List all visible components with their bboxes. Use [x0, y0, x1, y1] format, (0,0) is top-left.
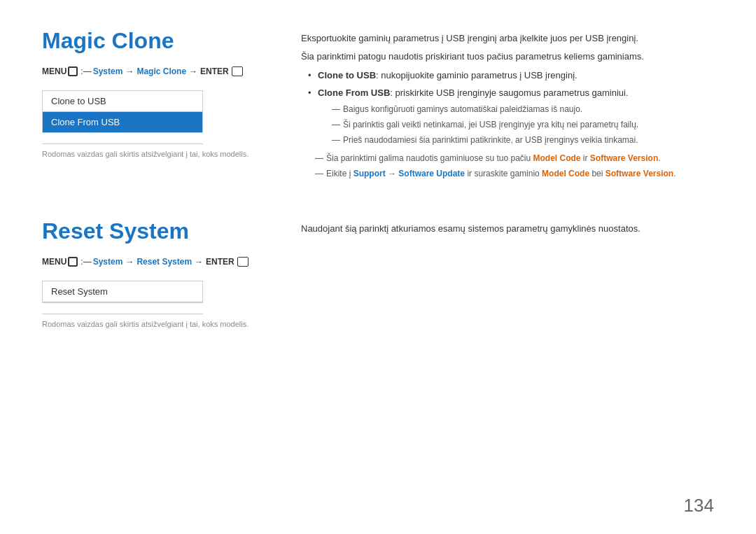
note2-end: . [658, 153, 660, 163]
note3-part1: Eikite į [326, 169, 354, 178]
magic-clone-menu-box: Clone to USB Clone From USB [42, 90, 203, 133]
enter-icon [232, 66, 243, 76]
sub-note-2: Ši parinktis gali veikti netinkamai, jei… [332, 118, 714, 131]
bullet-clone-to-usb: Clone to USB: nukopijuokite gaminio para… [308, 69, 714, 83]
software-version-1: Software Version [590, 153, 658, 163]
magic-clone-section: Magic Clone MENU :— System → Magic Clone… [42, 28, 714, 183]
reset-system-note: Rodomas vaizdas gali skirtis atsižvelgia… [42, 320, 259, 328]
rs-arrow1: → [125, 257, 134, 267]
model-code-1: Model Code [533, 153, 581, 163]
reset-system-menu-box: Reset System [42, 281, 203, 303]
magic-clone-menu-path: MENU :— System → Magic Clone → ENTER [42, 66, 259, 76]
page-number: 134 [684, 495, 714, 517]
page-container: Magic Clone MENU :— System → Magic Clone… [0, 0, 756, 534]
support-label: Support [354, 169, 386, 178]
reset-system-menu-path: MENU :— System → Reset System → ENTER [42, 257, 259, 267]
clone-from-usb-bold: Clone From USB [318, 87, 390, 98]
clone-from-usb-item[interactable]: Clone From USB [43, 112, 202, 132]
divider1 [42, 143, 203, 144]
enter-label: ENTER [200, 66, 229, 76]
model-code-2: Model Code [542, 169, 589, 178]
rs-arrow2: → [195, 257, 203, 267]
divider2 [42, 314, 203, 314]
extra-note-1: Šia parinktimi galima naudotis gaminiuos… [315, 152, 714, 164]
sub-note-1: Baigus konfigūruoti gaminys automatiškai… [332, 103, 714, 115]
software-version-2: Software Version [606, 169, 673, 178]
rs-enter-icon [237, 257, 248, 267]
reset-system-section: Reset System MENU :— System → Reset Syst… [42, 218, 714, 328]
clone-to-usb-bold: Clone to USB [318, 70, 376, 80]
system-label: System [93, 66, 123, 76]
note3-mid: ir suraskite gaminio [465, 169, 542, 178]
reset-system-title: Reset System [42, 218, 259, 244]
magic-clone-left-panel: Magic Clone MENU :— System → Magic Clone… [42, 28, 259, 183]
note3-end: . [673, 169, 676, 178]
arrow2: → [189, 66, 197, 76]
extra-note-2: Eikite į Support → Software Update ir su… [315, 167, 714, 180]
rs-menu-label: MENU [42, 257, 66, 267]
rs-enter-label: ENTER [206, 257, 234, 267]
note3-bei: bei [589, 169, 606, 178]
bullet-clone-from-usb: Clone From USB: priskirkite USB įrenginy… [308, 86, 714, 147]
sub-note-3: Prieš naudodamiesi šia parinktimi patikr… [332, 134, 714, 146]
magic-clone-note: Rodomas vaizdas gali skirtis atsižvelgia… [42, 150, 259, 158]
note3-arrow: → [386, 169, 399, 178]
menu-icon [68, 66, 78, 76]
menu-sep: :— [80, 66, 91, 76]
magic-clone-title: Magic Clone [42, 28, 259, 54]
desc-line-2: Šia parinktimi patogu naudotis priskiria… [301, 50, 714, 64]
clone-to-usb-rest: : nukopijuokite gaminio parametrus į USB… [376, 70, 578, 80]
reset-description: Naudojant šią parinktį atkuriamos esamų … [301, 222, 714, 236]
desc-line-1: Eksportuokite gaminių parametrus į USB į… [301, 31, 714, 45]
magic-clone-right-panel: Eksportuokite gaminių parametrus į USB į… [301, 28, 714, 183]
rs-sep: :— [80, 257, 91, 267]
reset-system-left-panel: Reset System MENU :— System → Reset Syst… [42, 218, 259, 328]
menu-label: MENU [42, 66, 66, 76]
bullets-list: Clone to USB: nukopijuokite gaminio para… [308, 69, 714, 146]
clone-to-usb-item[interactable]: Clone to USB [43, 91, 202, 112]
rs-system-label: System [93, 257, 123, 267]
extra-notes: Šia parinktimi galima naudotis gaminiuos… [315, 152, 714, 180]
arrow1: → [125, 66, 134, 76]
software-update-label: Software Update [398, 169, 465, 178]
sub-notes: Baigus konfigūruoti gaminys automatiškai… [332, 103, 714, 146]
reset-system-right-panel: Naudojant šią parinktį atkuriamos esamų … [301, 218, 714, 328]
rs-reset-label: Reset System [136, 257, 192, 267]
clone-from-usb-rest: : priskirkite USB įrenginyje saugomus pa… [390, 87, 628, 98]
magic-clone-label: Magic Clone [136, 66, 186, 76]
reset-system-item[interactable]: Reset System [43, 281, 202, 302]
note2-part1: Šia parinktimi galima naudotis gaminiuos… [326, 153, 533, 163]
rs-menu-icon [68, 257, 78, 267]
note2-ir: ir [581, 153, 590, 163]
